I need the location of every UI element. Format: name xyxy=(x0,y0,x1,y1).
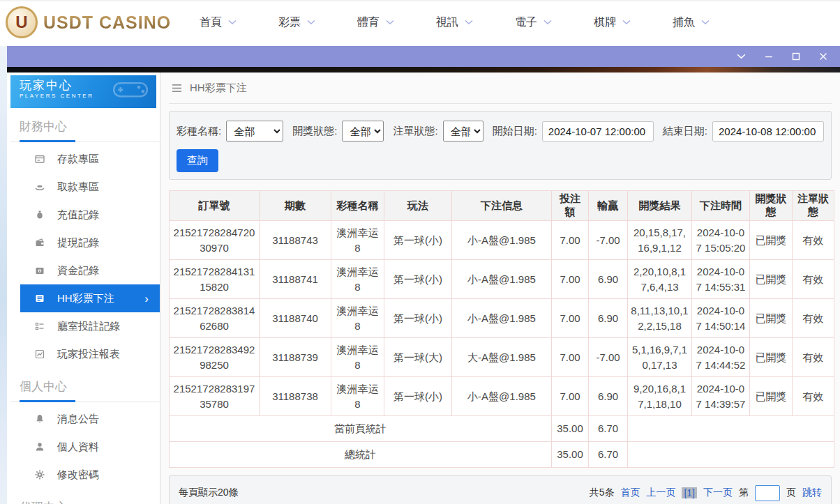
window-close-icon[interactable] xyxy=(819,52,827,61)
table-cell: 2024-10-07 14:39:57 xyxy=(692,377,750,416)
window-dropdown-icon[interactable] xyxy=(737,54,746,59)
table-header-cell: 投注額 xyxy=(552,191,589,221)
sidebar-item-recharge-records[interactable]: 充值記錄 xyxy=(10,201,160,229)
table-header-cell: 開獎狀態 xyxy=(750,191,793,221)
nav-item-live-video[interactable]: 視訊 xyxy=(436,15,473,30)
section-underline-accent xyxy=(20,400,75,402)
table-cell: 第一球(小) xyxy=(384,299,452,338)
section-underline xyxy=(10,399,160,402)
chevron-down-icon xyxy=(622,20,631,25)
window-minimize-icon[interactable] xyxy=(765,52,773,61)
table-cell: 7.00 xyxy=(552,260,589,299)
search-button[interactable]: 查詢 xyxy=(177,149,218,172)
draw-status-select[interactable]: 全部 xyxy=(342,121,384,142)
table-cell: 9,20,16,8,17,1,18,10 xyxy=(628,377,692,416)
table-header-cell: 開獎結果 xyxy=(628,191,692,221)
sidebar-item-label: 存款專區 xyxy=(57,153,99,166)
table-cell: 8,11,13,10,12,2,15,18 xyxy=(628,299,692,338)
table-header-cell: 彩種名稱 xyxy=(331,191,384,221)
summary-row: 當前頁統計35.006.70 xyxy=(170,416,834,442)
nav-item-label: 棋牌 xyxy=(594,15,616,30)
table-cell: 2024-10-07 14:55:31 xyxy=(692,260,750,299)
table-cell: 6.90 xyxy=(589,377,628,416)
table-header-cell: 下注時間 xyxy=(692,191,750,221)
nav-item-label: 體育 xyxy=(357,15,380,30)
gamepad-icon xyxy=(109,78,152,102)
order-status-select[interactable]: 全部 xyxy=(443,121,483,142)
first-page-link[interactable]: 首页 xyxy=(620,487,640,499)
nav-item-fishing[interactable]: 捕魚 xyxy=(673,15,710,30)
table-cell: 澳洲幸运8 xyxy=(331,338,384,377)
table-cell: 7.00 xyxy=(552,299,589,338)
sidebar-item-change-password[interactable]: 修改密碼 xyxy=(10,461,160,489)
table-cell: 5,1,16,9,7,10,17,13 xyxy=(628,338,692,377)
summary-row: 總統計35.006.70 xyxy=(170,442,834,468)
table-header-cell: 期數 xyxy=(260,191,331,221)
sidebar-section-personal-center: 個人中心 xyxy=(10,368,160,396)
filter-panel: 彩種名稱: 全部 開獎狀態: 全部 注單狀態: 全部 開始日期: xyxy=(169,111,832,180)
table-cell: 2152172828413115820 xyxy=(170,260,260,299)
sidebar-item-label: 消息公告 xyxy=(57,413,99,426)
page-size-text: 每頁顯示20條 xyxy=(179,487,239,499)
page-jump-input[interactable] xyxy=(755,485,780,501)
chevron-down-icon xyxy=(465,20,473,25)
sidebar-item-label: 個人資料 xyxy=(57,441,99,454)
hamburger-icon[interactable] xyxy=(172,84,182,93)
table-cell: 31188741 xyxy=(260,260,331,299)
table-header-cell: 訂單號 xyxy=(170,191,260,221)
table-cell: 有效 xyxy=(793,260,834,299)
chevron-down-icon xyxy=(228,20,237,25)
table-cell: 已開獎 xyxy=(750,221,793,260)
summary-win-loss: 6.70 xyxy=(589,442,628,468)
start-date-input[interactable] xyxy=(542,121,654,142)
window-maximize-icon[interactable] xyxy=(792,52,800,61)
lottery-name-select[interactable]: 全部 xyxy=(226,121,283,142)
top-nav: U USDT CASINO 首頁彩票體育視訊電子棋牌捕魚 xyxy=(0,0,840,43)
next-page-link[interactable]: 下一页 xyxy=(703,487,733,499)
pager: 共5条 首页 上一页 [1] 下一页 第 页 跳转 xyxy=(590,485,822,501)
nav-item-board-games[interactable]: 棋牌 xyxy=(594,15,631,30)
nav-item-sports[interactable]: 體育 xyxy=(357,15,394,30)
table-header-cell: 注單狀態 xyxy=(793,191,834,221)
nav-item-label: 首頁 xyxy=(200,15,222,30)
logo-text: USDT CASINO xyxy=(43,13,171,33)
sidebar-item-profile[interactable]: 個人資料 xyxy=(10,433,160,461)
background-strip xyxy=(0,46,7,504)
jump-link[interactable]: 跳转 xyxy=(802,487,822,499)
nav-item-lottery[interactable]: 彩票 xyxy=(278,15,315,30)
sidebar-section-finance-center: 財務中心 xyxy=(10,108,160,136)
top-nav-menu: 首頁彩票體育視訊電子棋牌捕魚 xyxy=(200,15,710,30)
bell-icon xyxy=(34,413,45,425)
lottery-name-label: 彩種名稱: xyxy=(177,125,221,138)
sidebar-item-hh-lottery-bets[interactable]: HH彩票下注› xyxy=(20,284,160,312)
sidebar-item-funds-records[interactable]: 資金記錄 xyxy=(10,257,160,284)
draw-status-label: 開獎狀態: xyxy=(292,125,337,138)
chevron-down-icon xyxy=(386,20,394,25)
table-cell: 2024-10-07 14:50:14 xyxy=(692,299,750,338)
table-cell: 澳洲幸运8 xyxy=(331,221,384,260)
nav-item-home[interactable]: 首頁 xyxy=(200,15,237,30)
logo[interactable]: U USDT CASINO xyxy=(6,6,167,38)
sidebar-item-label: 資金記錄 xyxy=(57,264,99,277)
table-cell: 已開獎 xyxy=(750,299,793,338)
table-cell: 2152172828319735780 xyxy=(170,377,260,416)
table-cell: 第一球(大) xyxy=(384,338,452,377)
table-cell: 有效 xyxy=(793,221,834,260)
prev-page-link[interactable]: 上一页 xyxy=(646,487,675,499)
sidebar-item-player-bet-report[interactable]: 玩家投注報表 xyxy=(10,340,160,368)
end-date-input[interactable] xyxy=(712,121,824,142)
sidebar-item-withdrawal-records[interactable]: 提現記錄 xyxy=(10,229,160,257)
table-cell: 澳洲幸运8 xyxy=(331,377,384,416)
report-icon xyxy=(34,349,45,360)
nav-item-slots[interactable]: 電子 xyxy=(515,15,552,30)
table-cell: 7.00 xyxy=(552,338,589,377)
table-cell: 已開獎 xyxy=(750,377,793,416)
sidebar-item-announcements[interactable]: 消息公告 xyxy=(10,405,160,433)
table-cell: 31188743 xyxy=(260,221,331,260)
sidebar-item-hall-bet-records[interactable]: 廳室投註記錄 xyxy=(10,312,160,340)
sidebar-item-withdraw-area[interactable]: 取款專區 xyxy=(10,173,160,201)
sidebar-item-deposit-area[interactable]: 存款專區 xyxy=(10,145,160,173)
table-cell: 已開獎 xyxy=(750,260,793,299)
section-underline-accent xyxy=(20,140,75,142)
chevron-down-icon xyxy=(543,20,552,25)
